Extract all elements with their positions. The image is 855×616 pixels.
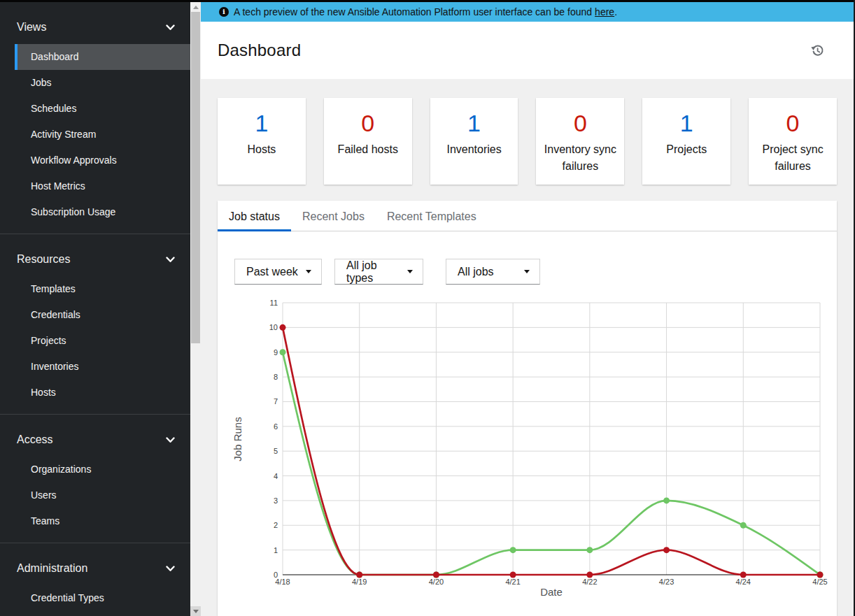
y-tick-1: 1 — [274, 546, 278, 554]
card-value-projects[interactable]: 1 — [680, 108, 693, 138]
sidebar-item-jobs[interactable]: Jobs — [15, 70, 190, 96]
scrollbar-down-button[interactable] — [190, 606, 201, 616]
card-value-failed-hosts[interactable]: 0 — [361, 108, 374, 138]
sidebar-item-organizations[interactable]: Organizations — [15, 457, 190, 482]
period-filter-value: Past week — [246, 266, 298, 278]
chevron-down-icon — [166, 24, 175, 31]
summary-card-hosts: 1Hosts — [218, 98, 306, 185]
chart-point-failed-jobs-4-22[interactable] — [586, 572, 593, 578]
y-tick-11: 11 — [270, 299, 278, 307]
x-tick-4-21: 4/21 — [505, 578, 520, 586]
sidebar-item-workflow-approvals[interactable]: Workflow Approvals — [15, 148, 190, 173]
chart-point-successful-jobs-4-23[interactable] — [663, 497, 670, 503]
summary-card-inventory-sync-failures: 0Inventory sync failures — [536, 98, 624, 185]
sidebar-item-inventories[interactable]: Inventories — [15, 354, 190, 380]
x-tick-4-23: 4/23 — [659, 578, 674, 586]
nav-section-views: ViewsDashboardJobsSchedulesActivity Stre… — [0, 2, 190, 234]
y-tick-5: 5 — [274, 447, 278, 455]
sidebar-nav: ViewsDashboardJobsSchedulesActivity Stre… — [0, 2, 190, 616]
card-label-inventories: Inventories — [430, 141, 518, 158]
chart-point-successful-jobs-4-22[interactable] — [586, 547, 593, 553]
chart-point-failed-jobs-4-23[interactable] — [663, 547, 670, 553]
dashboard-tabs: Job statusRecent JobsRecent Templates — [218, 201, 837, 231]
card-value-hosts[interactable]: 1 — [255, 108, 268, 138]
job-filter[interactable]: All jobs — [446, 259, 540, 285]
chart-point-failed-jobs-4-25[interactable] — [817, 572, 824, 578]
nav-group-label: Resources — [17, 252, 70, 266]
chart-point-failed-jobs-4-21[interactable] — [510, 572, 516, 578]
job-status-panel: Job statusRecent JobsRecent Templates Pa… — [218, 201, 837, 616]
chevron-down-icon — [166, 257, 175, 263]
chart-point-successful-jobs-4-18[interactable] — [280, 349, 286, 355]
job-filter-value: All jobs — [458, 266, 494, 278]
history-button[interactable] — [807, 41, 827, 60]
nav-group-label: Access — [17, 433, 53, 447]
period-filter[interactable]: Past week — [234, 259, 322, 285]
y-tick-10: 10 — [269, 323, 278, 331]
caret-down-icon — [407, 270, 413, 273]
y-tick-8: 8 — [274, 373, 278, 381]
window-top-edge — [0, 0, 855, 2]
card-label-failed-hosts: Failed hosts — [324, 141, 412, 158]
summary-cards-row: 1Hosts0Failed hosts1Inventories0Inventor… — [218, 98, 837, 185]
tab-recent-jobs[interactable]: Recent Jobs — [291, 201, 376, 231]
y-tick-6: 6 — [274, 422, 278, 431]
nav-group-access[interactable]: Access — [0, 423, 190, 457]
job-type-filter[interactable]: All job types — [334, 259, 423, 285]
y-tick-4: 4 — [274, 472, 278, 480]
chart-point-failed-jobs-4-24[interactable] — [740, 572, 747, 578]
sidebar-item-dashboard[interactable]: Dashboard — [15, 44, 190, 70]
x-tick-4-19: 4/19 — [352, 578, 367, 586]
series-line-successful-jobs — [283, 352, 820, 575]
job-runs-chart: 012345678910114/184/194/204/214/224/234/… — [218, 288, 837, 616]
nav-group-views[interactable]: Views — [0, 10, 190, 44]
sidebar-item-users[interactable]: Users — [15, 482, 190, 508]
chart-point-failed-jobs-4-19[interactable] — [356, 572, 362, 578]
history-icon — [810, 43, 824, 57]
page-header: Dashboard — [201, 22, 854, 79]
sidebar-item-subscription-usage[interactable]: Subscription Usage — [15, 199, 190, 225]
banner-period: . — [614, 6, 617, 17]
sidebar-item-hosts[interactable]: Hosts — [15, 380, 190, 406]
card-value-inventories[interactable]: 1 — [467, 108, 481, 138]
chart-point-successful-jobs-4-21[interactable] — [510, 547, 516, 553]
tab-job-status[interactable]: Job status — [218, 201, 291, 231]
y-tick-3: 3 — [274, 496, 278, 505]
card-value-project-sync-failures[interactable]: 0 — [786, 108, 800, 138]
arrow-down-icon — [193, 610, 199, 613]
x-tick-4-25: 4/25 — [812, 578, 827, 586]
nav-group-label: Views — [17, 20, 46, 34]
sidebar-item-host-metrics[interactable]: Host Metrics — [15, 173, 190, 199]
chart-point-failed-jobs-4-20[interactable] — [433, 572, 439, 578]
chart-point-successful-jobs-4-24[interactable] — [740, 522, 747, 529]
card-label-inventory-sync-failures: Inventory sync failures — [536, 141, 624, 175]
scrollbar-thumb[interactable] — [191, 12, 200, 343]
card-value-inventory-sync-failures[interactable]: 0 — [574, 108, 587, 138]
scrollbar-up-button[interactable] — [190, 2, 201, 12]
sidebar-item-projects[interactable]: Projects — [15, 328, 190, 354]
nav-group-administration[interactable]: Administration — [0, 552, 190, 585]
chart-point-failed-jobs-4-18[interactable] — [280, 324, 286, 331]
tab-recent-templates[interactable]: Recent Templates — [376, 201, 488, 231]
sidebar-item-schedules[interactable]: Schedules — [15, 96, 190, 122]
sidebar-scrollbar[interactable] — [190, 2, 201, 616]
sidebar-item-credential-types[interactable]: Credential Types — [15, 585, 190, 611]
info-circle-icon: i — [219, 7, 229, 17]
banner-here-link[interactable]: here — [595, 6, 614, 17]
chart-filters: Past weekAll job typesAll jobs — [234, 259, 540, 285]
sidebar-item-templates[interactable]: Templates — [15, 276, 190, 302]
summary-card-inventories: 1Inventories — [430, 98, 518, 185]
x-tick-4-18: 4/18 — [275, 578, 290, 586]
card-label-hosts: Hosts — [218, 141, 306, 158]
nav-section-administration: AdministrationCredential Types — [0, 543, 190, 616]
y-axis-label: Job Runs — [232, 417, 243, 461]
sidebar-item-activity-stream[interactable]: Activity Stream — [15, 122, 190, 148]
page-title: Dashboard — [218, 41, 301, 60]
nav-group-resources[interactable]: Resources — [0, 243, 190, 276]
sidebar-item-credentials[interactable]: Credentials — [15, 302, 190, 328]
main-content: i A tech preview of the new Ansible Auto… — [201, 2, 854, 616]
sidebar-item-teams[interactable]: Teams — [15, 508, 190, 534]
tech-preview-banner: i A tech preview of the new Ansible Auto… — [201, 2, 854, 22]
card-label-project-sync-failures: Project sync failures — [749, 141, 837, 175]
nav-group-label: Administration — [17, 561, 87, 575]
